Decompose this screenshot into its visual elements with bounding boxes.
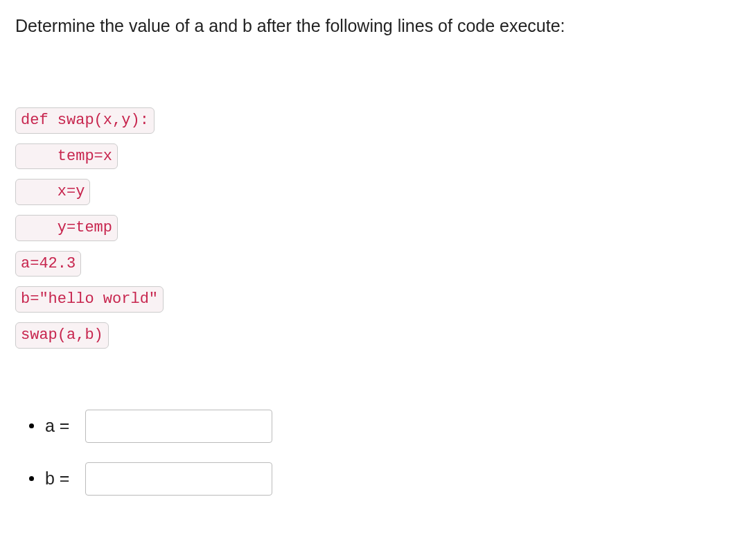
code-line-2: temp=x (15, 143, 118, 170)
code-line-1: def swap(x,y): (15, 107, 155, 134)
question-text: Determine the value of a and b after the… (15, 14, 725, 38)
code-line-5: a=42.3 (15, 251, 81, 277)
bullet-icon (29, 423, 34, 428)
answer-b-label: b = (45, 469, 76, 489)
code-line-7: swap(a,b) (15, 322, 109, 349)
answer-a-label: a = (45, 416, 76, 436)
code-line-6: b="hello world" (15, 286, 164, 313)
answers-section: a = b = (29, 410, 725, 496)
answer-a-input[interactable] (85, 410, 272, 443)
answer-b-input[interactable] (85, 462, 272, 496)
code-line-4: y=temp (15, 215, 118, 241)
bullet-icon (29, 476, 34, 481)
answer-a-row: a = (29, 410, 725, 443)
code-line-3: x=y (15, 179, 90, 205)
code-block: def swap(x,y): temp=x x=y y=temp a=42.3 … (15, 107, 725, 354)
answer-b-row: b = (29, 462, 725, 496)
